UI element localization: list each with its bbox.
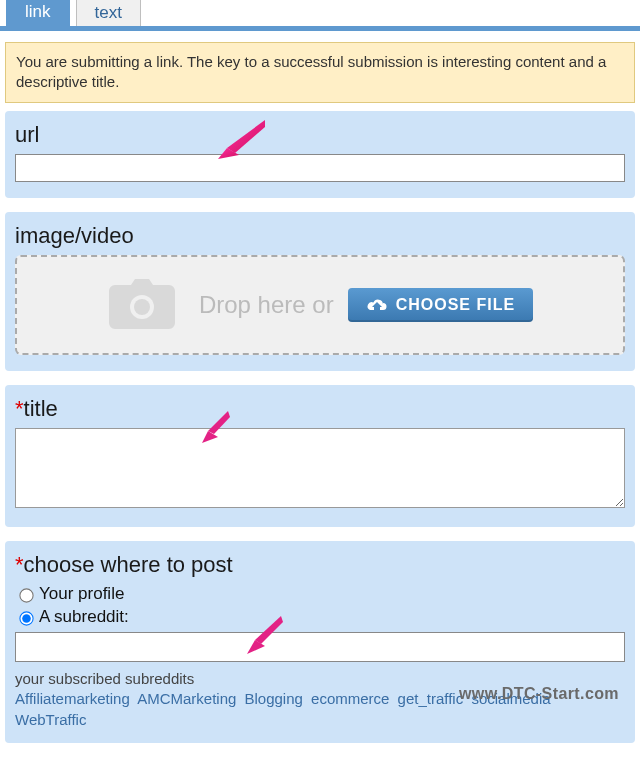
url-input[interactable] bbox=[15, 154, 625, 182]
url-label: url bbox=[15, 122, 625, 148]
destination-panel: *choose where to post Your profile A sub… bbox=[5, 541, 635, 744]
required-mark: * bbox=[15, 552, 24, 577]
option-a-subreddit[interactable]: A subreddit: bbox=[15, 607, 625, 627]
option-your-profile[interactable]: Your profile bbox=[15, 584, 625, 604]
watermark-text: www.DTC-Start.com bbox=[459, 685, 619, 703]
sub-link[interactable]: AMCMarketing bbox=[137, 690, 236, 707]
sub-link[interactable]: get_traffic bbox=[398, 690, 464, 707]
sub-link[interactable]: ecommerce bbox=[311, 690, 389, 707]
url-panel: url bbox=[5, 111, 635, 198]
required-mark: * bbox=[15, 396, 24, 421]
camera-icon bbox=[107, 279, 177, 331]
title-input[interactable] bbox=[15, 428, 625, 508]
submission-type-tabs: link text bbox=[0, 0, 640, 31]
choose-file-button[interactable]: CHOOSE FILE bbox=[348, 288, 533, 322]
subreddit-input[interactable] bbox=[15, 632, 625, 662]
title-label: *title bbox=[15, 396, 625, 422]
sub-link[interactable]: Affiliatemarketing bbox=[15, 690, 130, 707]
drop-here-text: Drop here or bbox=[199, 291, 334, 319]
option-your-profile-label: Your profile bbox=[39, 584, 124, 604]
tab-link[interactable]: link bbox=[6, 0, 70, 26]
radio-your-profile[interactable] bbox=[19, 588, 33, 602]
submission-info-box: You are submitting a link. The key to a … bbox=[5, 42, 635, 103]
media-panel: image/video Drop here or CHOOSE FILE bbox=[5, 212, 635, 371]
media-label: image/video bbox=[15, 223, 625, 249]
sub-link[interactable]: Blogging bbox=[245, 690, 303, 707]
subscribed-label: your subscribed subreddits bbox=[15, 670, 625, 687]
choose-file-label: CHOOSE FILE bbox=[396, 296, 515, 314]
title-panel: *title bbox=[5, 385, 635, 527]
svg-point-1 bbox=[134, 299, 150, 315]
sub-link[interactable]: WebTraffic bbox=[15, 711, 86, 728]
tab-text[interactable]: text bbox=[76, 0, 141, 26]
cloud-upload-icon bbox=[366, 296, 388, 314]
media-dropzone[interactable]: Drop here or CHOOSE FILE bbox=[15, 255, 625, 355]
destination-label: *choose where to post bbox=[15, 552, 625, 578]
radio-a-subreddit[interactable] bbox=[19, 611, 33, 625]
option-a-subreddit-label: A subreddit: bbox=[39, 607, 129, 627]
